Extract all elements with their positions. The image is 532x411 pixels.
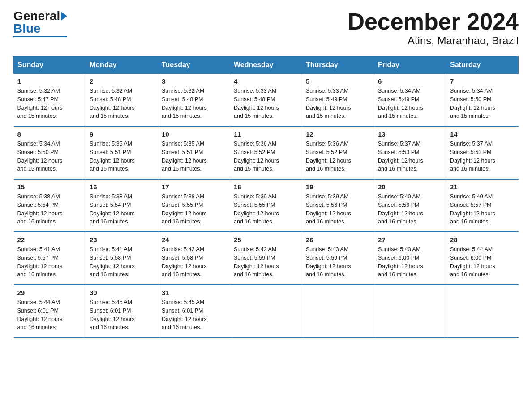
calendar-subtitle: Atins, Maranhao, Brazil	[348, 34, 519, 47]
day-number: 15	[17, 183, 82, 191]
calendar-cell: 23 Sunrise: 5:41 AMSunset: 5:58 PMDaylig…	[86, 232, 158, 285]
day-info: Sunrise: 5:39 AMSunset: 5:56 PMDaylight:…	[306, 193, 351, 225]
day-info: Sunrise: 5:34 AMSunset: 5:50 PMDaylight:…	[17, 141, 63, 172]
column-header-monday: Monday	[86, 56, 158, 74]
calendar-cell: 16 Sunrise: 5:38 AMSunset: 5:54 PMDaylig…	[86, 179, 158, 232]
day-info: Sunrise: 5:45 AMSunset: 6:01 PMDaylight:…	[90, 299, 135, 330]
day-number: 8	[17, 130, 82, 138]
day-info: Sunrise: 5:33 AMSunset: 5:48 PMDaylight:…	[234, 88, 279, 119]
day-number: 27	[378, 236, 442, 244]
calendar-cell: 9 Sunrise: 5:35 AMSunset: 5:51 PMDayligh…	[86, 126, 158, 179]
column-header-thursday: Thursday	[302, 56, 374, 74]
calendar-cell: 21 Sunrise: 5:40 AMSunset: 5:57 PMDaylig…	[446, 179, 519, 232]
day-number: 13	[378, 130, 442, 138]
day-number: 21	[450, 183, 515, 191]
calendar-cell: 22 Sunrise: 5:41 AMSunset: 5:57 PMDaylig…	[14, 232, 86, 285]
day-info: Sunrise: 5:43 AMSunset: 5:59 PMDaylight:…	[306, 246, 351, 278]
calendar-cell: 10 Sunrise: 5:35 AMSunset: 5:51 PMDaylig…	[158, 126, 230, 179]
calendar-cell: 2 Sunrise: 5:32 AMSunset: 5:48 PMDayligh…	[86, 74, 158, 127]
day-number: 6	[378, 77, 442, 85]
day-info: Sunrise: 5:38 AMSunset: 5:54 PMDaylight:…	[17, 193, 63, 225]
day-info: Sunrise: 5:41 AMSunset: 5:57 PMDaylight:…	[17, 246, 63, 278]
column-header-friday: Friday	[374, 56, 446, 74]
day-number: 30	[90, 289, 154, 296]
day-info: Sunrise: 5:32 AMSunset: 5:48 PMDaylight:…	[90, 88, 135, 119]
day-number: 5	[306, 77, 370, 85]
day-info: Sunrise: 5:34 AMSunset: 5:50 PMDaylight:…	[450, 88, 495, 119]
calendar-cell: 7 Sunrise: 5:34 AMSunset: 5:50 PMDayligh…	[446, 74, 519, 127]
day-info: Sunrise: 5:38 AMSunset: 5:54 PMDaylight:…	[90, 193, 135, 225]
calendar-cell: 14 Sunrise: 5:37 AMSunset: 5:53 PMDaylig…	[446, 126, 519, 179]
day-number: 23	[90, 236, 154, 244]
day-number: 12	[306, 130, 370, 138]
day-info: Sunrise: 5:35 AMSunset: 5:51 PMDaylight:…	[162, 141, 207, 172]
day-number: 18	[234, 183, 298, 191]
day-number: 17	[162, 183, 226, 191]
calendar-cell: 24 Sunrise: 5:42 AMSunset: 5:58 PMDaylig…	[158, 232, 230, 285]
calendar-cell: 31 Sunrise: 5:45 AMSunset: 6:01 PMDaylig…	[158, 285, 230, 338]
day-number: 11	[234, 130, 298, 138]
calendar-cell: 19 Sunrise: 5:39 AMSunset: 5:56 PMDaylig…	[302, 179, 374, 232]
calendar-cell: 20 Sunrise: 5:40 AMSunset: 5:56 PMDaylig…	[374, 179, 446, 232]
day-info: Sunrise: 5:36 AMSunset: 5:52 PMDaylight:…	[306, 141, 351, 172]
day-number: 26	[306, 236, 370, 244]
day-info: Sunrise: 5:44 AMSunset: 6:00 PMDaylight:…	[450, 246, 495, 278]
calendar-cell	[302, 285, 374, 338]
day-number: 20	[378, 183, 442, 191]
day-number: 19	[306, 183, 370, 191]
logo-underline	[13, 36, 67, 37]
day-info: Sunrise: 5:44 AMSunset: 6:01 PMDaylight:…	[17, 299, 63, 330]
calendar-cell: 30 Sunrise: 5:45 AMSunset: 6:01 PMDaylig…	[86, 285, 158, 338]
day-info: Sunrise: 5:32 AMSunset: 5:48 PMDaylight:…	[162, 88, 207, 119]
calendar-week-row: 15 Sunrise: 5:38 AMSunset: 5:54 PMDaylig…	[14, 179, 519, 232]
calendar-cell: 15 Sunrise: 5:38 AMSunset: 5:54 PMDaylig…	[14, 179, 86, 232]
calendar-cell: 6 Sunrise: 5:34 AMSunset: 5:49 PMDayligh…	[374, 74, 446, 127]
day-number: 2	[90, 77, 154, 85]
day-number: 28	[450, 236, 515, 244]
day-number: 16	[90, 183, 154, 191]
logo-blue-text: Blue	[13, 21, 41, 36]
calendar-cell: 8 Sunrise: 5:34 AMSunset: 5:50 PMDayligh…	[14, 126, 86, 179]
column-header-saturday: Saturday	[446, 56, 519, 74]
calendar-cell: 25 Sunrise: 5:42 AMSunset: 5:59 PMDaylig…	[230, 232, 302, 285]
calendar-title: December 2024	[348, 9, 519, 34]
day-info: Sunrise: 5:37 AMSunset: 5:53 PMDaylight:…	[450, 141, 495, 172]
calendar-cell: 4 Sunrise: 5:33 AMSunset: 5:48 PMDayligh…	[230, 74, 302, 127]
day-info: Sunrise: 5:36 AMSunset: 5:52 PMDaylight:…	[234, 141, 279, 172]
calendar-cell: 5 Sunrise: 5:33 AMSunset: 5:49 PMDayligh…	[302, 74, 374, 127]
day-number: 3	[162, 77, 226, 85]
calendar-cell: 18 Sunrise: 5:39 AMSunset: 5:55 PMDaylig…	[230, 179, 302, 232]
day-info: Sunrise: 5:38 AMSunset: 5:55 PMDaylight:…	[162, 193, 207, 225]
calendar-week-row: 1 Sunrise: 5:32 AMSunset: 5:47 PMDayligh…	[14, 74, 519, 127]
day-info: Sunrise: 5:35 AMSunset: 5:51 PMDaylight:…	[90, 141, 135, 172]
calendar-cell	[374, 285, 446, 338]
day-number: 1	[17, 77, 82, 85]
calendar-cell	[446, 285, 519, 338]
calendar-cell: 26 Sunrise: 5:43 AMSunset: 5:59 PMDaylig…	[302, 232, 374, 285]
calendar-table: SundayMondayTuesdayWednesdayThursdayFrid…	[13, 56, 519, 338]
day-info: Sunrise: 5:42 AMSunset: 5:59 PMDaylight:…	[234, 246, 279, 278]
day-number: 22	[17, 236, 82, 244]
calendar-header-row: SundayMondayTuesdayWednesdayThursdayFrid…	[14, 56, 519, 74]
calendar-week-row: 22 Sunrise: 5:41 AMSunset: 5:57 PMDaylig…	[14, 232, 519, 285]
day-info: Sunrise: 5:43 AMSunset: 6:00 PMDaylight:…	[378, 246, 423, 278]
day-info: Sunrise: 5:41 AMSunset: 5:58 PMDaylight:…	[90, 246, 135, 278]
calendar-cell: 27 Sunrise: 5:43 AMSunset: 6:00 PMDaylig…	[374, 232, 446, 285]
column-header-wednesday: Wednesday	[230, 56, 302, 74]
day-info: Sunrise: 5:34 AMSunset: 5:49 PMDaylight:…	[378, 88, 423, 119]
day-number: 29	[17, 289, 82, 296]
calendar-week-row: 29 Sunrise: 5:44 AMSunset: 6:01 PMDaylig…	[14, 285, 519, 338]
column-header-tuesday: Tuesday	[158, 56, 230, 74]
calendar-cell: 11 Sunrise: 5:36 AMSunset: 5:52 PMDaylig…	[230, 126, 302, 179]
calendar-cell: 1 Sunrise: 5:32 AMSunset: 5:47 PMDayligh…	[14, 74, 86, 127]
day-info: Sunrise: 5:40 AMSunset: 5:57 PMDaylight:…	[450, 193, 495, 225]
day-number: 25	[234, 236, 298, 244]
day-number: 7	[450, 77, 515, 85]
calendar-week-row: 8 Sunrise: 5:34 AMSunset: 5:50 PMDayligh…	[14, 126, 519, 179]
calendar-cell	[230, 285, 302, 338]
page-header: General Blue December 2024 Atins, Maranh…	[13, 9, 519, 47]
day-info: Sunrise: 5:42 AMSunset: 5:58 PMDaylight:…	[162, 246, 207, 278]
calendar-cell: 3 Sunrise: 5:32 AMSunset: 5:48 PMDayligh…	[158, 74, 230, 127]
column-header-sunday: Sunday	[14, 56, 86, 74]
day-number: 31	[162, 289, 226, 296]
